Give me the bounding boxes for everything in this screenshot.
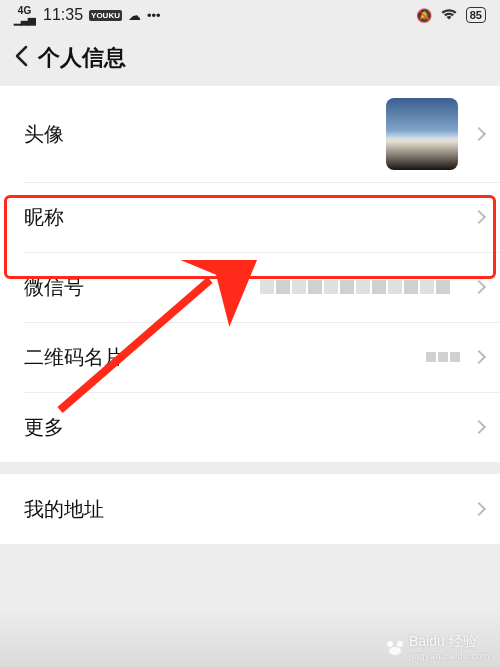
row-qrcode[interactable]: 二维码名片 bbox=[0, 322, 500, 392]
row-label: 我的地址 bbox=[24, 496, 104, 523]
row-label: 头像 bbox=[24, 121, 64, 148]
row-nickname[interactable]: 昵称 bbox=[0, 182, 500, 252]
youku-badge: YOUKU bbox=[89, 10, 122, 21]
group-separator bbox=[0, 462, 500, 474]
row-label: 微信号 bbox=[24, 274, 84, 301]
clock: 11:35 bbox=[43, 6, 83, 24]
svg-point-3 bbox=[389, 647, 401, 655]
row-label: 更多 bbox=[24, 414, 64, 441]
row-wechat-id[interactable]: 微信号 bbox=[0, 252, 500, 322]
chevron-right-icon bbox=[472, 350, 486, 364]
wifi-icon bbox=[440, 7, 458, 23]
row-label: 昵称 bbox=[24, 204, 64, 231]
row-my-address[interactable]: 我的地址 bbox=[0, 474, 500, 544]
more-dots: ••• bbox=[147, 8, 161, 23]
svg-point-2 bbox=[397, 641, 403, 647]
row-more[interactable]: 更多 bbox=[0, 392, 500, 462]
chevron-right-icon bbox=[472, 420, 486, 434]
watermark-brand: Baidu 经验 bbox=[409, 633, 477, 649]
row-avatar[interactable]: 头像 bbox=[0, 86, 500, 182]
svg-point-1 bbox=[387, 641, 393, 647]
qrcode-icon bbox=[426, 352, 460, 362]
blurred-value bbox=[260, 272, 460, 302]
chevron-right-icon bbox=[472, 127, 486, 141]
settings-group-profile: 头像 昵称 微信号 二维码名片 更多 bbox=[0, 86, 500, 462]
battery-indicator: 85 bbox=[466, 7, 486, 23]
status-left: 4G ▁▃▅ 11:35 YOUKU ☁ ••• bbox=[14, 6, 161, 24]
status-bar: 4G ▁▃▅ 11:35 YOUKU ☁ ••• 🔕 85 bbox=[0, 0, 500, 30]
cloud-icon: ☁ bbox=[128, 8, 141, 23]
chevron-right-icon bbox=[472, 502, 486, 516]
avatar-thumbnail bbox=[386, 98, 458, 170]
watermark: Baidu 经验 jingyan.baidu.com bbox=[385, 633, 490, 661]
mute-icon: 🔕 bbox=[416, 8, 432, 23]
network-indicator: 4G ▁▃▅ bbox=[14, 6, 35, 24]
watermark-sub: jingyan.baidu.com bbox=[409, 651, 490, 661]
page-title: 个人信息 bbox=[38, 43, 126, 73]
row-label: 二维码名片 bbox=[24, 344, 124, 371]
settings-group-address: 我的地址 bbox=[0, 474, 500, 544]
chevron-right-icon bbox=[472, 210, 486, 224]
status-right: 🔕 85 bbox=[416, 7, 486, 23]
back-button[interactable] bbox=[10, 43, 32, 74]
chevron-right-icon bbox=[472, 280, 486, 294]
header: 个人信息 bbox=[0, 30, 500, 86]
